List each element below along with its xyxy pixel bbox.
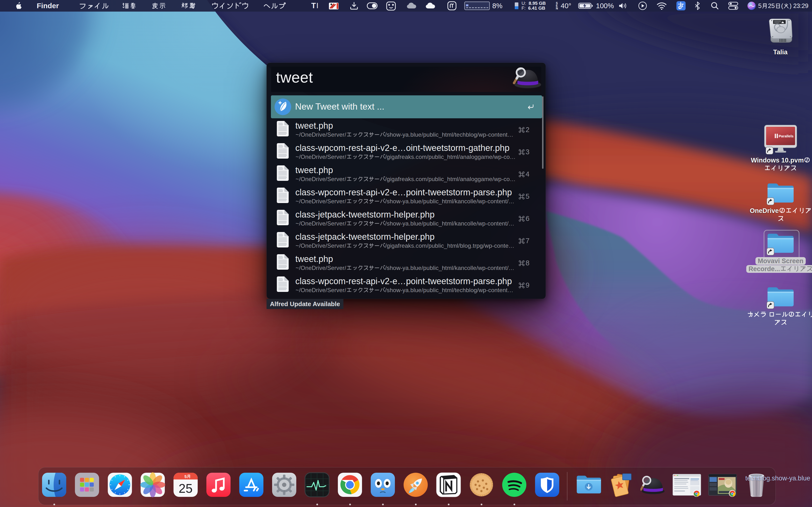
- svg-text:5: 5: [185, 474, 187, 479]
- svg-text:25: 25: [179, 482, 193, 495]
- svg-text:Parallels: Parallels: [779, 134, 794, 138]
